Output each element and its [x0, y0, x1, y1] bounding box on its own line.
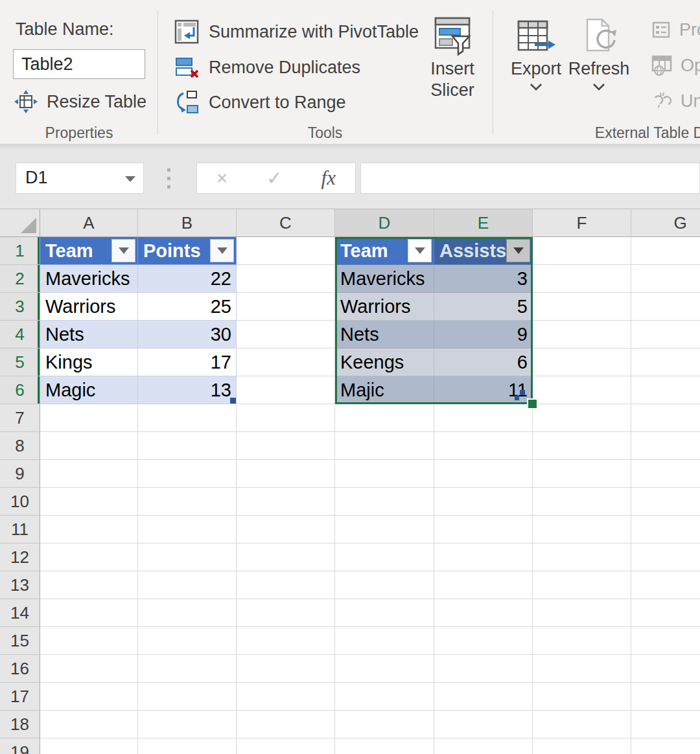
row-header-16[interactable]: 16	[0, 655, 40, 683]
cell-F9[interactable]	[533, 460, 631, 488]
filter-button-D1[interactable]	[408, 239, 432, 262]
filter-button-B1[interactable]	[210, 239, 234, 262]
cell-A8[interactable]	[40, 432, 138, 460]
table-name-input[interactable]	[13, 49, 145, 79]
cell-D5[interactable]: Keengs	[335, 348, 434, 376]
row-header-4[interactable]: 4	[0, 321, 40, 348]
cell-A7[interactable]	[40, 404, 138, 432]
cell-C5[interactable]	[237, 348, 335, 376]
cell-F8[interactable]	[533, 432, 631, 460]
cell-D4[interactable]: Nets	[335, 321, 434, 348]
cell-G11[interactable]	[631, 516, 700, 543]
summarize-with-pivottable-button[interactable]: Summarize with PivotTable	[174, 16, 419, 48]
cell-G14[interactable]	[631, 599, 700, 627]
cell-D1[interactable]: Team	[335, 237, 434, 265]
cell-A17[interactable]	[40, 683, 138, 711]
cell-G4[interactable]	[631, 321, 700, 348]
cell-F18[interactable]	[533, 711, 631, 738]
insert-function-button[interactable]: fx	[321, 166, 336, 190]
cell-C3[interactable]	[237, 293, 335, 321]
cell-A10[interactable]	[40, 488, 138, 516]
select-all-corner[interactable]	[0, 209, 40, 237]
cell-E8[interactable]	[434, 432, 533, 460]
cell-C4[interactable]	[237, 321, 335, 348]
col-header-F[interactable]: F	[533, 209, 631, 237]
cell-G12[interactable]	[631, 543, 700, 571]
cell-C10[interactable]	[237, 488, 335, 516]
cell-B17[interactable]	[138, 683, 237, 711]
cell-E16[interactable]	[434, 655, 533, 683]
row-header-17[interactable]: 17	[0, 683, 40, 711]
cell-E7[interactable]	[434, 404, 533, 432]
cell-B16[interactable]	[138, 655, 237, 683]
cell-F3[interactable]	[533, 293, 631, 321]
cell-E15[interactable]	[434, 627, 533, 655]
cell-E12[interactable]	[434, 543, 533, 571]
col-header-B[interactable]: B	[138, 209, 237, 237]
cell-G17[interactable]	[631, 683, 700, 711]
cell-A5[interactable]: Kings	[40, 348, 138, 376]
cell-D7[interactable]	[335, 404, 434, 432]
cell-A3[interactable]: Warriors	[40, 293, 138, 321]
row-header-18[interactable]: 18	[0, 711, 40, 738]
cell-F14[interactable]	[533, 599, 631, 627]
cell-B9[interactable]	[138, 460, 237, 488]
filter-button-A1[interactable]	[111, 239, 135, 262]
cell-A18[interactable]	[40, 711, 138, 738]
cell-B15[interactable]	[138, 627, 237, 655]
row-header-13[interactable]: 13	[0, 571, 40, 599]
cell-E9[interactable]	[434, 460, 533, 488]
cell-A16[interactable]	[40, 655, 138, 683]
cell-C19[interactable]	[237, 738, 335, 754]
cell-C13[interactable]	[237, 571, 335, 599]
cell-E3[interactable]: 5	[434, 293, 533, 321]
cell-E11[interactable]	[434, 516, 533, 543]
table1-resize-handle[interactable]	[230, 398, 236, 404]
cell-F2[interactable]	[533, 265, 631, 293]
col-header-D[interactable]: D	[335, 209, 434, 237]
cell-A13[interactable]	[40, 571, 138, 599]
cell-D2[interactable]: Mavericks	[335, 265, 434, 293]
cell-A2[interactable]: Mavericks	[40, 265, 138, 293]
cell-B10[interactable]	[138, 488, 237, 516]
cell-B5[interactable]: 17	[138, 348, 237, 376]
cell-G3[interactable]	[631, 293, 700, 321]
cell-C14[interactable]	[237, 599, 335, 627]
formula-input[interactable]	[361, 163, 700, 193]
cell-A19[interactable]	[40, 738, 138, 754]
row-header-3[interactable]: 3	[0, 293, 40, 321]
cell-F7[interactable]	[533, 404, 631, 432]
cell-C11[interactable]	[237, 516, 335, 543]
row-header-7[interactable]: 7	[0, 404, 40, 432]
cell-E17[interactable]	[434, 683, 533, 711]
cell-C17[interactable]	[237, 683, 335, 711]
cell-D11[interactable]	[335, 516, 434, 543]
cell-G19[interactable]	[631, 738, 700, 754]
row-header-9[interactable]: 9	[0, 460, 40, 488]
cell-B13[interactable]	[138, 571, 237, 599]
cell-D3[interactable]: Warriors	[335, 293, 434, 321]
formula-input-box[interactable]	[360, 163, 700, 194]
row-header-15[interactable]: 15	[0, 627, 40, 655]
cell-B19[interactable]	[138, 738, 237, 754]
row-header-12[interactable]: 12	[0, 543, 40, 571]
cell-G7[interactable]	[631, 404, 700, 432]
col-header-C[interactable]: C	[237, 209, 335, 237]
cell-D9[interactable]	[335, 460, 434, 488]
cell-B12[interactable]	[138, 543, 237, 571]
cell-C15[interactable]	[237, 627, 335, 655]
name-box-dropdown-icon[interactable]	[125, 176, 135, 182]
cell-B3[interactable]: 25	[138, 293, 237, 321]
cell-F10[interactable]	[533, 488, 631, 516]
col-header-E[interactable]: E	[434, 209, 533, 237]
export-button[interactable]: Export	[508, 18, 564, 91]
cell-G16[interactable]	[631, 655, 700, 683]
cell-F12[interactable]	[533, 543, 631, 571]
cell-E2[interactable]: 3	[434, 265, 533, 293]
cell-G18[interactable]	[631, 711, 700, 738]
row-header-2[interactable]: 2	[0, 265, 40, 293]
cell-D6[interactable]: Majic	[335, 376, 434, 404]
cell-D17[interactable]	[335, 683, 434, 711]
cell-F15[interactable]	[533, 627, 631, 655]
cell-D18[interactable]	[335, 711, 434, 738]
